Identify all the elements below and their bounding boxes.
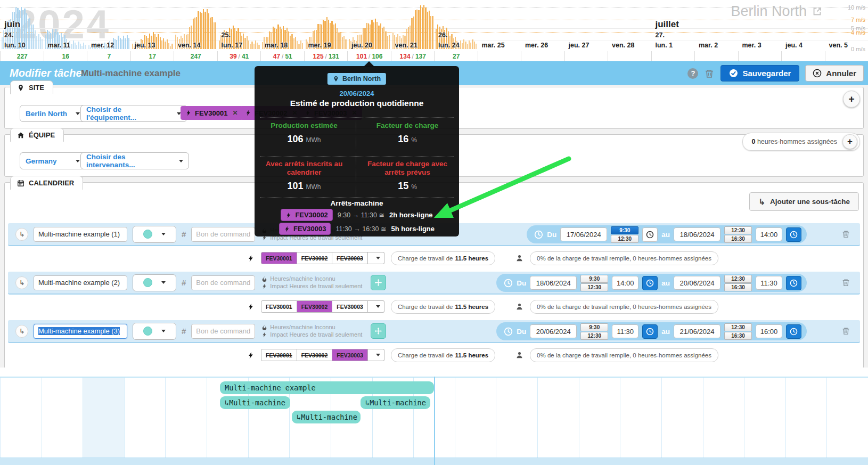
machine-toggle[interactable]: FEV30002 <box>297 252 333 264</box>
time-picker-button[interactable] <box>642 227 658 242</box>
end-date-input[interactable] <box>674 324 720 338</box>
equipment-select[interactable]: Choisir de l'équipement... <box>80 105 187 122</box>
wind-bar <box>28 19 29 49</box>
gantt-bar-subtask[interactable]: ↳Multi-machine <box>361 396 430 409</box>
purchase-order-input[interactable] <box>191 324 255 339</box>
time-preset-button[interactable]: 9:30 <box>580 323 608 331</box>
time-picker-button[interactable] <box>786 276 801 290</box>
subtask-name-input[interactable] <box>34 227 127 242</box>
color-select[interactable] <box>133 274 176 291</box>
machine-dropdown-button[interactable] <box>368 349 384 361</box>
time-picker-button[interactable] <box>786 324 801 339</box>
external-link-icon[interactable] <box>812 6 822 17</box>
chart-site-link[interactable]: Berlin North <box>731 3 822 20</box>
delete-subtask-icon[interactable] <box>841 230 850 239</box>
machine-toggle[interactable]: FEV30002 <box>297 300 333 313</box>
site-tab: SITE <box>10 80 53 94</box>
add-worker-button[interactable]: + <box>842 134 857 149</box>
tooltip-capacity-cell: Facteur de charge 16% <box>359 121 456 145</box>
day-label: mar. 18 <box>265 42 288 49</box>
team-select[interactable]: Germany <box>20 152 86 169</box>
time-preset-button[interactable]: 12:30 <box>724 275 752 283</box>
gantt-bar-parent[interactable]: Multi-machine example <box>220 381 434 394</box>
day-label: ven. 21 <box>395 42 417 49</box>
subtask-name-input[interactable] <box>34 275 127 290</box>
gantt-column-line <box>661 378 662 458</box>
time-presets: 12:30 16:30 <box>724 323 752 340</box>
day-production-values: 134/137 <box>391 51 435 61</box>
time-preset-button[interactable]: 16:30 <box>724 235 752 243</box>
bolt-icon <box>261 332 267 338</box>
machine-toggle[interactable]: FEV30003 <box>332 252 368 264</box>
time-picker-button[interactable] <box>642 324 658 339</box>
add-site-button[interactable]: + <box>843 91 860 108</box>
time-picker-button[interactable] <box>786 227 801 242</box>
wind-bar <box>31 25 32 49</box>
time-preset-button[interactable]: 9:30 <box>611 226 638 234</box>
machine-dropdown-button[interactable] <box>368 300 384 313</box>
color-select[interactable] <box>133 226 176 243</box>
wind-bar <box>420 5 421 49</box>
workers-select[interactable]: Choisir des intervenants... <box>80 152 189 169</box>
end-time-input[interactable] <box>756 276 782 290</box>
machine-toggle[interactable]: FEV30002 <box>297 349 333 361</box>
gantt-guide-line <box>434 377 435 465</box>
wind-bar <box>165 42 166 49</box>
add-subtask-button[interactable]: ↳ Ajouter une sous-tâche <box>749 192 859 211</box>
end-date-input[interactable] <box>674 227 720 241</box>
gantt-column-line <box>124 378 125 458</box>
wind-bar <box>160 37 161 49</box>
end-date-input[interactable] <box>674 276 720 290</box>
wind-bar <box>114 39 116 49</box>
time-preset-button[interactable]: 16:30 <box>724 332 752 340</box>
move-subtask-button[interactable] <box>371 275 386 290</box>
subtask-name-input[interactable]: Multi-machine example (3) <box>34 324 127 339</box>
equipment-tag[interactable]: FEV30001✕ <box>181 106 243 120</box>
help-icon[interactable]: ? <box>687 68 698 79</box>
purchase-order-input[interactable] <box>191 227 255 242</box>
machine-dropdown-button[interactable] <box>368 252 384 264</box>
time-preset-button[interactable]: 12:30 <box>611 235 638 243</box>
gantt-bar-subtask[interactable]: ↳Multi-machine <box>220 396 290 409</box>
start-time-input[interactable] <box>612 324 638 338</box>
gantt-bar-subtask[interactable]: ↳Multi-machine <box>292 411 361 423</box>
wind-forecast-chart[interactable]: 2024 juinjuillet24.25.26.27.lun. 10227ma… <box>0 0 868 62</box>
wind-bar <box>214 22 215 49</box>
time-preset-button[interactable]: 12:30 <box>724 226 752 234</box>
delete-subtask-icon[interactable] <box>841 327 850 336</box>
start-time-input[interactable] <box>612 276 638 290</box>
start-date-input[interactable] <box>530 324 577 338</box>
time-preset-button[interactable]: 12:30 <box>580 332 608 340</box>
wind-bar <box>215 22 216 49</box>
bolt-icon <box>247 352 255 359</box>
site-select[interactable]: Berlin North <box>20 105 86 122</box>
start-date-input[interactable] <box>530 276 577 290</box>
move-subtask-button[interactable] <box>371 323 386 339</box>
time-preset-button[interactable]: 12:30 <box>580 283 608 291</box>
week-number: 27. <box>656 31 665 39</box>
machine-toggle[interactable]: FEV30003 <box>332 300 368 313</box>
delete-task-icon[interactable] <box>704 68 715 79</box>
remove-tag-icon[interactable]: ✕ <box>232 109 238 117</box>
cancel-button[interactable]: Annuler <box>805 65 864 81</box>
day-production-values <box>564 51 609 61</box>
end-time-input[interactable] <box>756 324 782 338</box>
machine-toggle[interactable]: FEV30001 <box>261 349 297 361</box>
purchase-order-input[interactable] <box>191 275 255 290</box>
wind-bar <box>293 38 294 49</box>
machine-toggle[interactable]: FEV30003 <box>332 349 368 361</box>
color-select[interactable] <box>133 323 176 340</box>
time-preset-button[interactable]: 12:30 <box>724 323 752 331</box>
start-date-input[interactable] <box>560 227 607 241</box>
task-name: Multi-machine example <box>81 68 181 79</box>
wind-bar <box>247 36 248 49</box>
machine-toggle[interactable]: FEV30001 <box>261 300 297 313</box>
time-preset-button[interactable]: 9:30 <box>580 275 608 283</box>
delete-subtask-icon[interactable] <box>841 278 850 287</box>
save-button[interactable]: Sauvegarder <box>720 65 799 81</box>
end-time-input[interactable] <box>756 227 782 241</box>
wind-bar <box>258 45 259 49</box>
time-picker-button[interactable] <box>642 276 658 290</box>
time-preset-button[interactable]: 16:30 <box>724 283 752 291</box>
machine-toggle[interactable]: FEV30001 <box>261 252 297 264</box>
